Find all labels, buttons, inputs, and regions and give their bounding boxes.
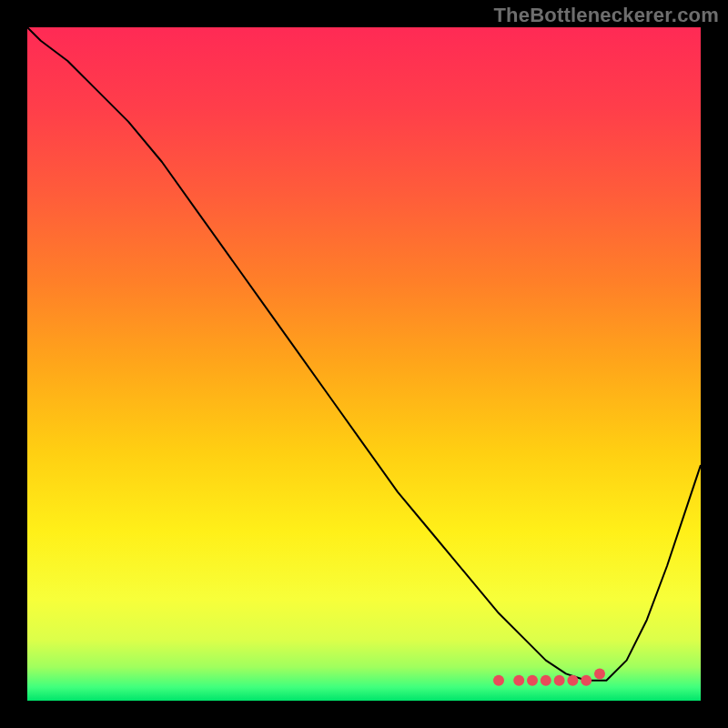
optimal-marker: [594, 668, 605, 679]
chart-container: TheBottleneckerer.com: [0, 0, 728, 728]
optimal-marker: [554, 675, 565, 686]
optimal-marker: [581, 675, 592, 686]
optimal-marker: [493, 675, 504, 686]
watermark-text: TheBottleneckerer.com: [493, 4, 719, 27]
optimal-marker: [527, 675, 538, 686]
optimal-marker: [541, 675, 551, 686]
optimal-marker: [567, 675, 578, 686]
optimal-marker: [513, 675, 524, 686]
heat-gradient-background: [27, 27, 701, 701]
bottleneck-chart: [27, 27, 701, 701]
